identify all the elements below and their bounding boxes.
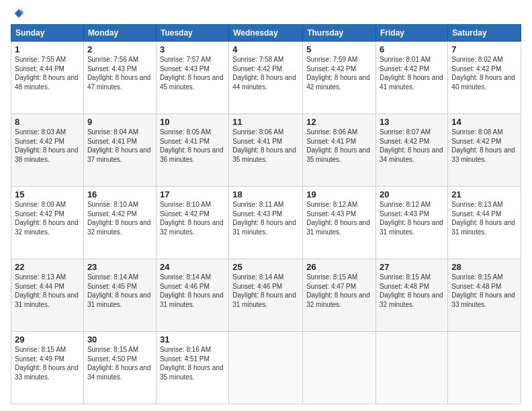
calendar-cell: 30Sunrise: 8:15 AM Sunset: 4:50 PM Dayli… bbox=[83, 332, 156, 404]
calendar-cell: 31Sunrise: 8:16 AM Sunset: 4:51 PM Dayli… bbox=[156, 332, 228, 404]
calendar-cell bbox=[229, 332, 303, 404]
calendar-table: SundayMondayTuesdayWednesdayThursdayFrid… bbox=[11, 24, 521, 404]
day-detail: Sunrise: 7:55 AM Sunset: 4:44 PM Dayligh… bbox=[15, 55, 80, 91]
day-number: 2 bbox=[87, 44, 152, 54]
day-number: 1 bbox=[15, 44, 80, 54]
day-detail: Sunrise: 8:11 AM Sunset: 4:43 PM Dayligh… bbox=[232, 200, 299, 236]
page: SundayMondayTuesdayWednesdayThursdayFrid… bbox=[0, 0, 532, 411]
day-detail: Sunrise: 8:07 AM Sunset: 4:42 PM Dayligh… bbox=[380, 128, 444, 164]
weekday-header: Tuesday bbox=[156, 25, 228, 42]
day-number: 25 bbox=[232, 262, 299, 272]
day-detail: Sunrise: 8:13 AM Sunset: 4:44 PM Dayligh… bbox=[15, 273, 80, 309]
calendar-header-row: SundayMondayTuesdayWednesdayThursdayFrid… bbox=[11, 25, 521, 42]
day-detail: Sunrise: 7:57 AM Sunset: 4:43 PM Dayligh… bbox=[160, 55, 225, 91]
calendar-cell: 12Sunrise: 8:06 AM Sunset: 4:41 PM Dayli… bbox=[303, 114, 376, 187]
day-detail: Sunrise: 8:15 AM Sunset: 4:48 PM Dayligh… bbox=[380, 273, 444, 309]
day-number: 15 bbox=[15, 189, 80, 199]
calendar-cell: 5Sunrise: 7:59 AM Sunset: 4:42 PM Daylig… bbox=[303, 42, 376, 114]
day-number: 11 bbox=[232, 117, 299, 127]
day-detail: Sunrise: 8:05 AM Sunset: 4:41 PM Dayligh… bbox=[160, 128, 225, 164]
calendar-cell: 18Sunrise: 8:11 AM Sunset: 4:43 PM Dayli… bbox=[229, 187, 303, 259]
day-number: 16 bbox=[87, 189, 152, 199]
day-detail: Sunrise: 8:06 AM Sunset: 4:41 PM Dayligh… bbox=[232, 128, 299, 164]
day-detail: Sunrise: 8:16 AM Sunset: 4:51 PM Dayligh… bbox=[160, 345, 225, 381]
day-number: 8 bbox=[15, 117, 80, 127]
calendar-cell: 14Sunrise: 8:08 AM Sunset: 4:42 PM Dayli… bbox=[448, 114, 521, 187]
calendar-cell: 16Sunrise: 8:10 AM Sunset: 4:42 PM Dayli… bbox=[83, 187, 156, 259]
day-number: 10 bbox=[160, 117, 225, 127]
day-detail: Sunrise: 8:08 AM Sunset: 4:42 PM Dayligh… bbox=[451, 128, 517, 164]
day-number: 6 bbox=[380, 44, 444, 54]
day-number: 23 bbox=[87, 262, 152, 272]
day-detail: Sunrise: 8:10 AM Sunset: 4:42 PM Dayligh… bbox=[87, 200, 152, 236]
day-number: 26 bbox=[306, 262, 372, 272]
calendar-week-row: 29Sunrise: 8:15 AM Sunset: 4:49 PM Dayli… bbox=[11, 332, 521, 404]
calendar-cell: 6Sunrise: 8:01 AM Sunset: 4:42 PM Daylig… bbox=[376, 42, 448, 114]
calendar-cell: 20Sunrise: 8:12 AM Sunset: 4:43 PM Dayli… bbox=[376, 187, 448, 259]
calendar-week-row: 1Sunrise: 7:55 AM Sunset: 4:44 PM Daylig… bbox=[11, 42, 521, 114]
day-number: 13 bbox=[380, 117, 444, 127]
day-number: 22 bbox=[15, 262, 80, 272]
day-number: 21 bbox=[451, 189, 517, 199]
weekday-header: Wednesday bbox=[229, 25, 303, 42]
day-detail: Sunrise: 8:13 AM Sunset: 4:44 PM Dayligh… bbox=[451, 200, 517, 236]
calendar-cell: 21Sunrise: 8:13 AM Sunset: 4:44 PM Dayli… bbox=[448, 187, 521, 259]
calendar-cell: 2Sunrise: 7:56 AM Sunset: 4:43 PM Daylig… bbox=[83, 42, 156, 114]
calendar-week-row: 8Sunrise: 8:03 AM Sunset: 4:42 PM Daylig… bbox=[11, 114, 521, 187]
calendar-week-row: 15Sunrise: 8:09 AM Sunset: 4:42 PM Dayli… bbox=[11, 187, 521, 259]
calendar-cell: 10Sunrise: 8:05 AM Sunset: 4:41 PM Dayli… bbox=[156, 114, 228, 187]
day-number: 28 bbox=[451, 262, 517, 272]
calendar-cell: 15Sunrise: 8:09 AM Sunset: 4:42 PM Dayli… bbox=[11, 187, 84, 259]
calendar-cell: 19Sunrise: 8:12 AM Sunset: 4:43 PM Dayli… bbox=[303, 187, 376, 259]
day-detail: Sunrise: 8:15 AM Sunset: 4:48 PM Dayligh… bbox=[451, 273, 517, 309]
day-number: 17 bbox=[160, 189, 225, 199]
calendar-cell: 8Sunrise: 8:03 AM Sunset: 4:42 PM Daylig… bbox=[11, 114, 84, 187]
day-number: 3 bbox=[160, 44, 225, 54]
calendar-cell: 28Sunrise: 8:15 AM Sunset: 4:48 PM Dayli… bbox=[448, 259, 521, 332]
calendar-cell: 24Sunrise: 8:14 AM Sunset: 4:46 PM Dayli… bbox=[156, 259, 228, 332]
day-detail: Sunrise: 8:15 AM Sunset: 4:50 PM Dayligh… bbox=[87, 345, 152, 381]
calendar-cell: 29Sunrise: 8:15 AM Sunset: 4:49 PM Dayli… bbox=[11, 332, 84, 404]
calendar-cell bbox=[448, 332, 521, 404]
calendar-cell: 1Sunrise: 7:55 AM Sunset: 4:44 PM Daylig… bbox=[11, 42, 84, 114]
day-detail: Sunrise: 8:09 AM Sunset: 4:42 PM Dayligh… bbox=[15, 200, 80, 236]
day-number: 9 bbox=[87, 117, 152, 127]
logo bbox=[11, 8, 24, 19]
day-number: 27 bbox=[380, 262, 444, 272]
calendar-cell: 23Sunrise: 8:14 AM Sunset: 4:45 PM Dayli… bbox=[83, 259, 156, 332]
day-number: 4 bbox=[232, 44, 299, 54]
day-detail: Sunrise: 8:12 AM Sunset: 4:43 PM Dayligh… bbox=[306, 200, 372, 236]
day-detail: Sunrise: 8:12 AM Sunset: 4:43 PM Dayligh… bbox=[380, 200, 444, 236]
day-number: 24 bbox=[160, 262, 225, 272]
weekday-header: Monday bbox=[83, 25, 156, 42]
calendar-cell: 17Sunrise: 8:10 AM Sunset: 4:42 PM Dayli… bbox=[156, 187, 228, 259]
day-detail: Sunrise: 8:10 AM Sunset: 4:42 PM Dayligh… bbox=[160, 200, 225, 236]
calendar-week-row: 22Sunrise: 8:13 AM Sunset: 4:44 PM Dayli… bbox=[11, 259, 521, 332]
day-detail: Sunrise: 8:01 AM Sunset: 4:42 PM Dayligh… bbox=[380, 55, 444, 91]
day-number: 20 bbox=[380, 189, 444, 199]
calendar-cell: 13Sunrise: 8:07 AM Sunset: 4:42 PM Dayli… bbox=[376, 114, 448, 187]
calendar-cell: 26Sunrise: 8:15 AM Sunset: 4:47 PM Dayli… bbox=[303, 259, 376, 332]
svg-marker-1 bbox=[21, 9, 24, 16]
day-detail: Sunrise: 7:59 AM Sunset: 4:42 PM Dayligh… bbox=[306, 55, 372, 91]
weekday-header: Saturday bbox=[448, 25, 521, 42]
calendar-cell bbox=[376, 332, 448, 404]
day-detail: Sunrise: 7:58 AM Sunset: 4:42 PM Dayligh… bbox=[232, 55, 299, 91]
day-detail: Sunrise: 8:02 AM Sunset: 4:42 PM Dayligh… bbox=[451, 55, 517, 91]
day-number: 19 bbox=[306, 189, 372, 199]
calendar-cell: 7Sunrise: 8:02 AM Sunset: 4:42 PM Daylig… bbox=[448, 42, 521, 114]
day-detail: Sunrise: 8:03 AM Sunset: 4:42 PM Dayligh… bbox=[15, 128, 80, 164]
calendar-cell: 3Sunrise: 7:57 AM Sunset: 4:43 PM Daylig… bbox=[156, 42, 228, 114]
day-detail: Sunrise: 8:04 AM Sunset: 4:41 PM Dayligh… bbox=[87, 128, 152, 164]
day-detail: Sunrise: 8:14 AM Sunset: 4:45 PM Dayligh… bbox=[87, 273, 152, 309]
day-number: 14 bbox=[451, 117, 517, 127]
day-detail: Sunrise: 8:06 AM Sunset: 4:41 PM Dayligh… bbox=[306, 128, 372, 164]
day-detail: Sunrise: 7:56 AM Sunset: 4:43 PM Dayligh… bbox=[87, 55, 152, 91]
weekday-header: Sunday bbox=[11, 25, 84, 42]
calendar-cell: 22Sunrise: 8:13 AM Sunset: 4:44 PM Dayli… bbox=[11, 259, 84, 332]
calendar-cell bbox=[303, 332, 376, 404]
day-number: 29 bbox=[15, 334, 80, 345]
day-number: 7 bbox=[451, 44, 517, 54]
day-detail: Sunrise: 8:15 AM Sunset: 4:47 PM Dayligh… bbox=[306, 273, 372, 309]
calendar-cell: 25Sunrise: 8:14 AM Sunset: 4:46 PM Dayli… bbox=[229, 259, 303, 332]
